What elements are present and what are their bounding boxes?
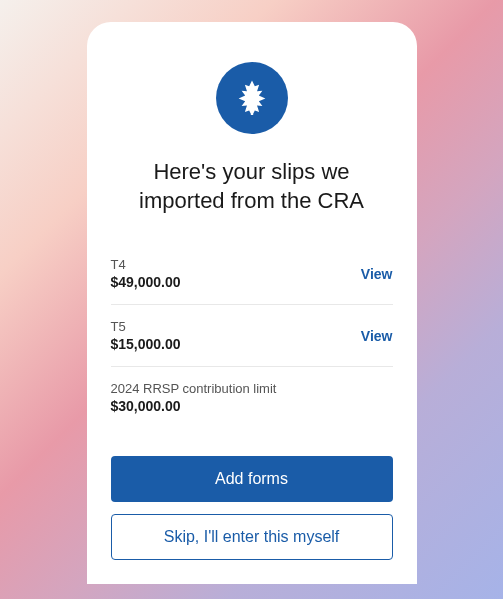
buttons-container: Add forms Skip, I'll enter this myself xyxy=(111,456,393,560)
slip-row: 2024 RRSP contribution limit $30,000.00 xyxy=(111,367,393,428)
slip-label: T5 xyxy=(111,319,181,334)
slip-amount: $30,000.00 xyxy=(111,398,277,414)
view-link[interactable]: View xyxy=(361,328,393,344)
page-heading: Here's your slips we imported from the C… xyxy=(111,158,393,215)
slip-row: T4 $49,000.00 View xyxy=(111,243,393,305)
slip-row: T5 $15,000.00 View xyxy=(111,305,393,367)
icon-circle xyxy=(216,62,288,134)
add-forms-button[interactable]: Add forms xyxy=(111,456,393,502)
view-link[interactable]: View xyxy=(361,266,393,282)
maple-leaf-icon xyxy=(233,77,271,119)
slip-info: T5 $15,000.00 xyxy=(111,319,181,352)
slip-label: T4 xyxy=(111,257,181,272)
slip-info: T4 $49,000.00 xyxy=(111,257,181,290)
slips-list: T4 $49,000.00 View T5 $15,000.00 View 20… xyxy=(111,243,393,428)
slip-info: 2024 RRSP contribution limit $30,000.00 xyxy=(111,381,277,414)
skip-button[interactable]: Skip, I'll enter this myself xyxy=(111,514,393,560)
slip-amount: $15,000.00 xyxy=(111,336,181,352)
slip-amount: $49,000.00 xyxy=(111,274,181,290)
slip-label: 2024 RRSP contribution limit xyxy=(111,381,277,396)
phone-card: Here's your slips we imported from the C… xyxy=(87,22,417,584)
